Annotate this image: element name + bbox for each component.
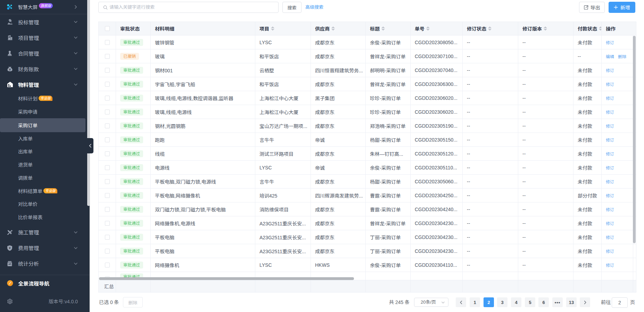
svg-text:¥: ¥ [9, 246, 11, 249]
svg-text:¥: ¥ [9, 68, 11, 71]
